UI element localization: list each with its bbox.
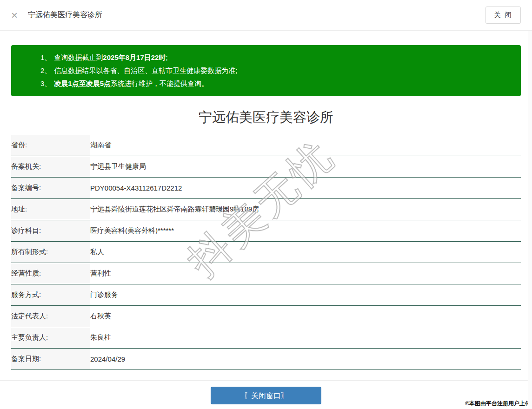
close-button[interactable]: 关 闭 bbox=[485, 7, 521, 24]
row-label: 省份: bbox=[11, 135, 90, 156]
table-row: 诊疗科目:医疗美容科(美容外科)****** bbox=[11, 220, 521, 242]
row-value: PDY00054-X43112617D2212 bbox=[90, 178, 521, 199]
main-content: 1、查询数据截止到2025年8月17日22时;2、信息数据结果以各省、自治区、直… bbox=[0, 45, 532, 404]
footer-divider bbox=[0, 380, 532, 381]
table-row: 备案机关:宁远县卫生健康局 bbox=[11, 156, 521, 178]
row-value: 2024/04/29 bbox=[90, 349, 521, 370]
row-label: 服务方式: bbox=[11, 284, 90, 306]
table-row: 省份:湖南省 bbox=[11, 135, 521, 156]
window-title: 宁远佑美医疗美容诊所 bbox=[28, 10, 102, 20]
table-row: 主要负责人:朱良柱 bbox=[11, 327, 521, 349]
row-value: 营利性 bbox=[90, 263, 521, 284]
notice-line-number: 3、 bbox=[40, 79, 51, 87]
notice-line-number: 2、 bbox=[40, 66, 51, 74]
row-label: 经营性质: bbox=[11, 263, 90, 284]
close-window-button[interactable]: 〖关闭窗口〗 bbox=[211, 387, 321, 404]
clinic-title: 宁远佑美医疗美容诊所 bbox=[11, 107, 521, 127]
row-label: 地址: bbox=[11, 199, 90, 220]
notice-line: 3、凌晨1点至凌晨5点系统进行维护，不能提供查询。 bbox=[40, 77, 512, 90]
row-value: 朱良柱 bbox=[90, 327, 521, 349]
notice-line-number: 1、 bbox=[40, 53, 51, 61]
row-value: 宁远县舜陵街道莲花社区舜帝南路霖轩碧璟园9栋109房 bbox=[90, 199, 521, 220]
row-label: 备案编号: bbox=[11, 178, 90, 199]
row-label: 备案机关: bbox=[11, 156, 90, 178]
detail-table: 省份:湖南省备案机关:宁远县卫生健康局备案编号:PDY00054-X431126… bbox=[11, 135, 521, 370]
close-x-icon[interactable]: × bbox=[11, 10, 18, 21]
row-value: 门诊服务 bbox=[90, 284, 521, 306]
table-row: 服务方式:门诊服务 bbox=[11, 284, 521, 306]
row-value: 石秋英 bbox=[90, 306, 521, 327]
table-row: 备案编号:PDY00054-X43112617D2212 bbox=[11, 178, 521, 199]
top-bar: × 宁远佑美医疗美容诊所 关 闭 bbox=[0, 0, 532, 31]
row-value: 湖南省 bbox=[90, 135, 521, 156]
copyright-note: ©本图由平台注册用户上传 bbox=[465, 400, 531, 408]
table-row: 地址:宁远县舜陵街道莲花社区舜帝南路霖轩碧璟园9栋109房 bbox=[11, 199, 521, 220]
row-label: 法定代表人: bbox=[11, 306, 90, 327]
row-label: 所有制形式: bbox=[11, 242, 90, 263]
row-label: 诊疗科目: bbox=[11, 220, 90, 242]
row-value: 私人 bbox=[90, 242, 521, 263]
table-row: 经营性质:营利性 bbox=[11, 263, 521, 284]
row-value: 医疗美容科(美容外科)****** bbox=[90, 220, 521, 242]
vertical-scrollbar[interactable] bbox=[528, 31, 532, 409]
row-label: 备案日期: bbox=[11, 349, 90, 370]
notice-line: 2、信息数据结果以各省、自治区、直辖市卫生健康委数据为准; bbox=[40, 64, 512, 77]
row-label: 主要负责人: bbox=[11, 327, 90, 349]
notice-banner: 1、查询数据截止到2025年8月17日22时;2、信息数据结果以各省、自治区、直… bbox=[11, 45, 521, 96]
table-row: 法定代表人:石秋英 bbox=[11, 306, 521, 327]
notice-line: 1、查询数据截止到2025年8月17日22时; bbox=[40, 51, 512, 64]
table-row: 所有制形式:私人 bbox=[11, 242, 521, 263]
table-row: 备案日期:2024/04/29 bbox=[11, 349, 521, 370]
row-value: 宁远县卫生健康局 bbox=[90, 156, 521, 178]
